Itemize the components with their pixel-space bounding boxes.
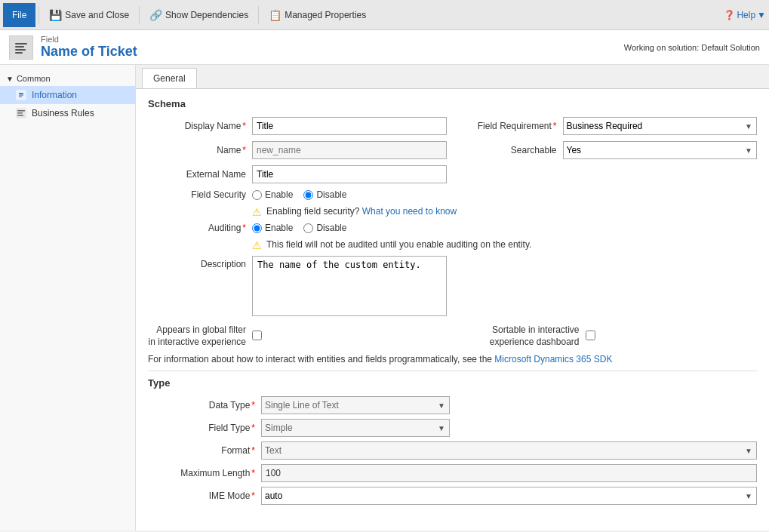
file-button[interactable]: File: [3, 3, 35, 27]
svg-rect-7: [19, 97, 22, 97]
information-icon: [15, 89, 27, 101]
external-name-input[interactable]: [252, 165, 447, 183]
field-security-col: Field Security Enable Disable: [148, 189, 447, 200]
type-section-title: Type: [148, 377, 757, 389]
auditing-disable-radio[interactable]: [303, 223, 313, 233]
field-req-control: Business Required Business Recommended N…: [563, 117, 758, 135]
save-close-label: Save and Close: [65, 10, 129, 20]
appears-label: Appears in global filter in interactive …: [148, 324, 246, 348]
sortable-control: [586, 331, 758, 343]
field-type-control: Simple: [261, 419, 450, 437]
auditing-row: Auditing* Enable Disable: [148, 223, 757, 233]
svg-rect-10: [17, 112, 23, 114]
field-security-disable-option[interactable]: Disable: [303, 189, 346, 200]
what-you-need-link[interactable]: What you need to know: [362, 206, 457, 217]
save-and-close-button[interactable]: 💾 Save and Close: [42, 3, 136, 27]
external-name-label: External Name: [148, 169, 246, 180]
save-icon: 💾: [49, 9, 62, 21]
sidebar-item-business-rules[interactable]: Business Rules: [0, 104, 135, 122]
name-col: Name*: [148, 141, 447, 159]
help-chevron-icon: ▼: [757, 10, 766, 20]
auditing-radio-group: Enable Disable: [252, 223, 447, 233]
display-name-row: Display Name* Field Requirement* Busines…: [148, 117, 757, 135]
business-rules-icon: [15, 107, 27, 119]
field-type-row: Field Type* Simple: [148, 419, 757, 437]
field-req-select[interactable]: Business Required Business Recommended N…: [563, 117, 758, 135]
format-select[interactable]: Text: [261, 441, 757, 460]
searchable-select[interactable]: Yes No: [563, 141, 758, 159]
max-length-row: Maximum Length*: [148, 464, 757, 482]
show-dependencies-button[interactable]: 🔗 Show Dependencies: [143, 3, 255, 27]
sdk-note: For information about how to interact wi…: [148, 354, 757, 364]
svg-rect-6: [19, 95, 23, 96]
format-select-wrapper: Text: [261, 441, 757, 460]
data-type-control: Single Line of Text: [261, 396, 450, 414]
props-icon: 📋: [269, 9, 281, 21]
toolbar: File 💾 Save and Close 🔗 Show Dependencie…: [0, 0, 769, 30]
auditing-enable-option[interactable]: Enable: [252, 223, 293, 233]
svg-rect-3: [15, 52, 23, 54]
sdk-link[interactable]: Microsoft Dynamics 365 SDK: [494, 354, 612, 364]
header: Field Name of Ticket Working on solution…: [0, 30, 769, 65]
display-name-control: [252, 117, 447, 135]
ime-mode-select[interactable]: auto: [261, 487, 757, 505]
form-body: Schema Display Name* Field Requirement*: [136, 89, 769, 518]
section-divider: [148, 371, 757, 371]
sidebar-business-rules-label: Business Rules: [32, 108, 94, 118]
ime-mode-select-wrapper: auto: [261, 487, 757, 505]
field-security-enable-radio[interactable]: [252, 190, 262, 200]
toolbar-separator-3: [258, 6, 259, 24]
external-name-col: External Name: [148, 165, 447, 183]
sidebar-item-information[interactable]: Information: [0, 86, 135, 104]
auditing-enable-radio[interactable]: [252, 223, 262, 233]
audit-warning-text: This field will not be audited until you…: [266, 239, 531, 250]
description-textarea[interactable]: The name of the custom entity.: [252, 256, 447, 316]
collapse-icon: ▼: [6, 75, 14, 83]
field-security-label: Field Security: [148, 189, 246, 200]
external-name-control: [252, 165, 447, 183]
header-left: Field Name of Ticket: [9, 35, 137, 60]
field-type-select[interactable]: Simple: [261, 419, 450, 437]
max-length-label: Maximum Length*: [148, 468, 261, 478]
format-row: Format* Text: [148, 441, 757, 460]
schema-section-title: Schema: [148, 98, 757, 109]
auditing-warning: ⚠ This field will not be audited until y…: [252, 239, 757, 251]
field-security-enable-option[interactable]: Enable: [252, 189, 293, 200]
field-type-label: Field Type*: [148, 423, 261, 433]
display-name-input[interactable]: [252, 117, 447, 135]
display-name-col: Display Name*: [148, 117, 447, 135]
appears-col: Appears in global filter in interactive …: [148, 324, 447, 348]
searchable-label: Searchable: [459, 145, 557, 155]
auditing-disable-option[interactable]: Disable: [303, 223, 346, 233]
warning-triangle-icon: ⚠: [252, 206, 262, 218]
field-req-label: Field Requirement*: [459, 121, 557, 131]
field-icon: [9, 35, 33, 60]
managed-properties-button[interactable]: 📋 Managed Properties: [262, 3, 373, 27]
auditing-control: Enable Disable: [252, 223, 447, 233]
name-label: Name*: [148, 145, 246, 155]
main-layout: ▼ Common Information Business Rules Gene…: [0, 65, 769, 530]
sortable-col: Sortable in interactive experience dashb…: [459, 324, 758, 348]
help-label: Help: [737, 10, 755, 20]
data-type-select[interactable]: Single Line of Text: [261, 396, 450, 414]
working-on-solution: Working on solution: Default Solution: [624, 43, 760, 52]
help-button[interactable]: ❓ Help ▼: [724, 10, 766, 20]
description-control: The name of the custom entity.: [252, 256, 447, 318]
sortable-checkbox[interactable]: [586, 331, 595, 340]
appears-checkbox[interactable]: [252, 331, 262, 340]
tab-general[interactable]: General: [142, 68, 197, 88]
description-label: Description: [148, 256, 246, 269]
max-length-input[interactable]: [261, 464, 757, 482]
ime-mode-label: IME Mode*: [148, 490, 261, 501]
sidebar-section-common: ▼ Common: [0, 71, 135, 86]
field-security-disable-radio[interactable]: [303, 190, 313, 200]
ime-mode-control: auto: [261, 487, 757, 505]
svg-rect-2: [15, 49, 26, 51]
toolbar-separator-1: [38, 6, 39, 24]
name-input[interactable]: [252, 141, 447, 159]
content-area: General Schema Display Name* Field Requi…: [136, 65, 769, 530]
data-type-row: Data Type* Single Line of Text: [148, 396, 757, 414]
toolbar-separator-2: [139, 6, 140, 24]
format-label: Format*: [148, 445, 261, 456]
external-name-row: External Name: [148, 165, 757, 183]
